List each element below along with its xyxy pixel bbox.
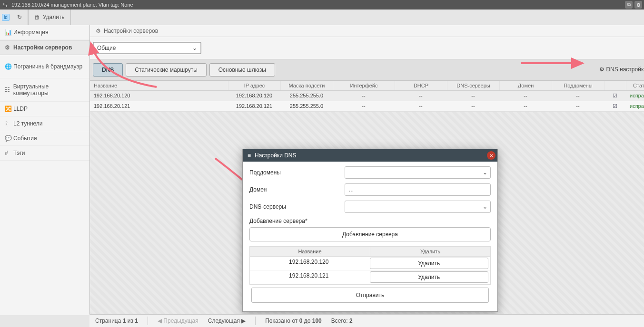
subdomains-select[interactable]: ⌄ bbox=[345, 166, 491, 179]
td-name: 192.168.20.121 bbox=[250, 270, 368, 284]
subdomains-label: Поддомены bbox=[249, 169, 345, 176]
chevron-down-icon: ⌄ bbox=[483, 203, 487, 210]
modal-backdrop: ≡ Настройки DNS ✕ Поддомены ⌄ Домен ... … bbox=[90, 25, 644, 315]
sidebar-item-label: События bbox=[13, 135, 37, 142]
sidebar-item-label: Информация bbox=[13, 29, 48, 36]
window-titlebar: ⇆ 192.168.20.0/24 management plane. Vlan… bbox=[0, 0, 644, 10]
sidebar-item-label: Пограничный брандмауэр bbox=[13, 63, 82, 70]
hash-icon: # bbox=[5, 150, 13, 156]
sidebar-item-label: Настройки серверов bbox=[13, 44, 72, 51]
domain-label: Домен bbox=[249, 186, 345, 193]
th-name: Название bbox=[250, 247, 370, 256]
dns-servers-label: DNS-серверы bbox=[249, 203, 345, 210]
chevron-down-icon: ⌄ bbox=[483, 169, 487, 176]
delete-button[interactable]: 🗑 Удалить bbox=[28, 10, 71, 25]
server-table: Название Удалить 192.168.20.120 Удалить … bbox=[249, 246, 491, 285]
sidebar-item-l2[interactable]: ᚱL2 туннели bbox=[0, 116, 89, 131]
dialog-body: Поддомены ⌄ Домен ... DNS-серверы ⌄ Доба… bbox=[243, 162, 497, 311]
stats-icon: 📊 bbox=[5, 29, 13, 36]
page-info: Страница 1 из 1 bbox=[95, 317, 138, 324]
dns-servers-select[interactable]: ⌄ bbox=[345, 201, 491, 213]
id-tag: id bbox=[2, 14, 10, 21]
domain-input[interactable]: ... bbox=[345, 183, 491, 196]
sidebar: 📊Информация ⚙Настройки серверов 🌐Пограни… bbox=[0, 25, 90, 315]
range-info: Показано от 0 до 100 bbox=[265, 317, 322, 324]
sidebar-item-label: LLDP bbox=[13, 106, 28, 112]
globe-icon: 🌐 bbox=[5, 63, 13, 70]
main-panel: ⚙ Настройки серверов Общие ⌄ DNS Статиче… bbox=[90, 25, 644, 315]
trash-icon: 🗑 bbox=[34, 14, 40, 20]
server-table-row: 192.168.20.120 Удалить bbox=[250, 257, 490, 270]
network-icon: ⇆ bbox=[2, 1, 9, 8]
window-copy-button[interactable]: ⧉ bbox=[625, 1, 633, 9]
dialog-title: Настройки DNS bbox=[255, 152, 297, 159]
delete-server-button[interactable]: Удалить bbox=[370, 258, 489, 269]
grid-icon: ☷ bbox=[5, 87, 13, 93]
sidebar-item-info[interactable]: 📊Информация bbox=[0, 25, 89, 40]
speech-icon: 💬 bbox=[5, 135, 13, 142]
sidebar-item-label: L2 туннели bbox=[13, 120, 43, 127]
refresh-icon: ↻ bbox=[17, 14, 22, 20]
delete-server-button[interactable]: Удалить bbox=[370, 271, 489, 283]
plink-icon: ᚱ bbox=[5, 120, 13, 127]
window-settings-button[interactable]: ⚙ bbox=[634, 1, 642, 9]
send-button[interactable]: Отправить bbox=[251, 288, 489, 303]
pager: Страница 1 из 1 ◀ Предыдущая Следующая ▶… bbox=[89, 314, 644, 327]
sidebar-item-firewall[interactable]: 🌐Пограничный брандмауэр bbox=[0, 55, 89, 78]
sidebar-item-tags[interactable]: #Тэги bbox=[0, 146, 89, 161]
window-title: 192.168.20.0/24 management plane. Vlan t… bbox=[11, 2, 133, 8]
total-info: Всего: 2 bbox=[331, 317, 353, 324]
domain-placeholder: ... bbox=[349, 186, 354, 193]
dialog-close-button[interactable]: ✕ bbox=[487, 151, 495, 160]
sidebar-item-lldp[interactable]: 🔀LLDP bbox=[0, 102, 89, 116]
dns-settings-dialog: ≡ Настройки DNS ✕ Поддомены ⌄ Домен ... … bbox=[242, 149, 498, 312]
sidebar-item-vswitch[interactable]: ☷Виртуальные коммутаторы bbox=[0, 78, 89, 102]
td-name: 192.168.20.120 bbox=[250, 257, 368, 270]
sidebar-item-label: Виртуальные коммутаторы bbox=[13, 83, 85, 96]
add-server-label: Добавление сервера* bbox=[249, 218, 345, 224]
prev-button[interactable]: ◀ Предыдущая bbox=[158, 317, 198, 324]
dialog-titlebar[interactable]: ≡ Настройки DNS ✕ bbox=[243, 149, 497, 162]
th-delete: Удалить bbox=[370, 247, 490, 256]
gear-icon: ⚙ bbox=[5, 44, 13, 51]
sidebar-item-events[interactable]: 💬События bbox=[0, 131, 89, 146]
add-server-button[interactable]: Добавление сервера bbox=[249, 227, 491, 241]
top-toolbar: id ↻ 🗑 Удалить bbox=[0, 10, 644, 25]
share-icon: 🔀 bbox=[5, 106, 13, 112]
sliders-icon: ≡ bbox=[248, 152, 251, 159]
refresh-button[interactable]: ↻ bbox=[11, 10, 28, 25]
sidebar-item-label: Тэги bbox=[13, 150, 25, 156]
next-button[interactable]: Следующая ▶ bbox=[208, 317, 246, 324]
delete-label: Удалить bbox=[43, 14, 65, 20]
server-table-row: 192.168.20.121 Удалить bbox=[250, 270, 490, 284]
sidebar-item-server-settings[interactable]: ⚙Настройки серверов bbox=[0, 40, 89, 55]
